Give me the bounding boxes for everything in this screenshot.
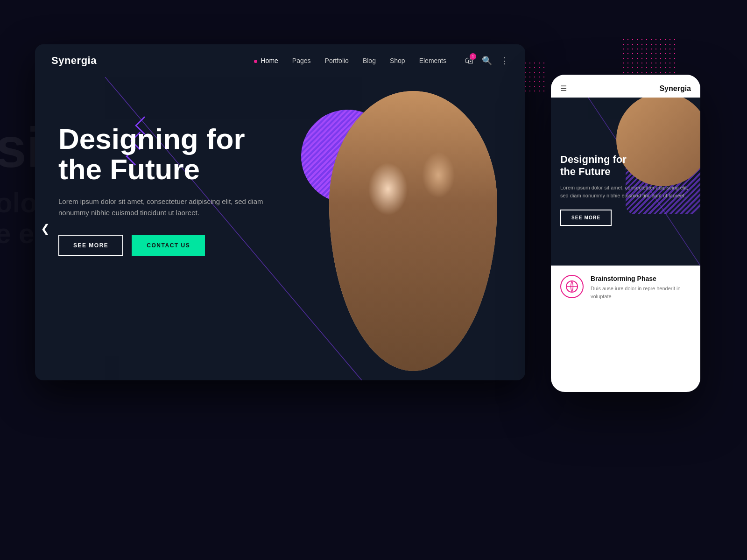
mobile-menu-icon: ☰	[560, 84, 567, 93]
mobile-see-more-button[interactable]: SEE MORE	[560, 210, 612, 226]
search-button[interactable]: 🔍	[482, 56, 492, 66]
nav-icons: 🛍 1 🔍 ⋮	[465, 56, 509, 66]
slider-prev-button[interactable]: ❮	[41, 222, 50, 235]
nav-links: Home Pages Portfolio Blog Shop Elements	[254, 57, 446, 64]
nav-link-pages[interactable]: Pages	[292, 57, 311, 64]
dots-vertical-icon: ⋮	[500, 56, 509, 65]
basketball-icon	[565, 280, 579, 294]
mobile-logo: Synergia	[659, 84, 691, 93]
bg-pink-dots	[621, 37, 677, 75]
hero-photo	[329, 91, 497, 371]
nav-link-home[interactable]: Home	[254, 57, 278, 64]
mobile-hero-title: Designing for the Future	[560, 154, 691, 178]
browser-window: Synergia Home Pages Portfolio Blog Shop …	[35, 44, 525, 380]
nav-dot	[254, 60, 257, 63]
hero-title: Designing for the Future	[58, 124, 264, 184]
mobile-preview: ☰ Synergia Designing for the Future Lore…	[551, 75, 700, 392]
mobile-card-description: Duis ause iure dolor in repre henderit i…	[591, 285, 691, 300]
mobile-navbar: ☰ Synergia	[551, 75, 700, 98]
nav-link-elements[interactable]: Elements	[419, 57, 446, 64]
mobile-hero: Designing for the Future Lorem ipsum dol…	[551, 98, 700, 266]
mobile-card-title: Brainstorming Phase	[591, 275, 691, 282]
hero-section: ❮ Designing for the Future Lorem ipsum d…	[35, 77, 525, 380]
cart-button[interactable]: 🛍 1	[465, 56, 473, 66]
mobile-card-icon-wrapper	[560, 275, 584, 298]
contact-us-button[interactable]: CONTACT US	[132, 235, 205, 256]
search-icon: 🔍	[482, 56, 492, 65]
nav-link-portfolio[interactable]: Portfolio	[325, 57, 349, 64]
nav-logo: Synergia	[51, 55, 97, 67]
hero-description: Lorem ipsum dolor sit amet, consectetuer…	[58, 196, 264, 218]
more-options-button[interactable]: ⋮	[500, 56, 509, 66]
hero-buttons: SEE MORE CONTACT US	[58, 235, 264, 256]
navbar: Synergia Home Pages Portfolio Blog Shop …	[35, 44, 525, 77]
see-more-button[interactable]: SEE MORE	[58, 235, 123, 256]
mobile-feature-card: Brainstorming Phase Duis ause iure dolor…	[551, 266, 700, 309]
cart-badge: 1	[470, 53, 476, 60]
mobile-card-content: Brainstorming Phase Duis ause iure dolor…	[591, 275, 691, 300]
nav-link-blog[interactable]: Blog	[363, 57, 376, 64]
nav-link-shop[interactable]: Shop	[390, 57, 405, 64]
mobile-hero-desc: Lorem ipsum dolor sit amet, consectetuer…	[560, 184, 691, 200]
mobile-card-item: Brainstorming Phase Duis ause iure dolor…	[560, 275, 691, 300]
hero-content: Designing for the Future Lorem ipsum dol…	[58, 124, 264, 256]
